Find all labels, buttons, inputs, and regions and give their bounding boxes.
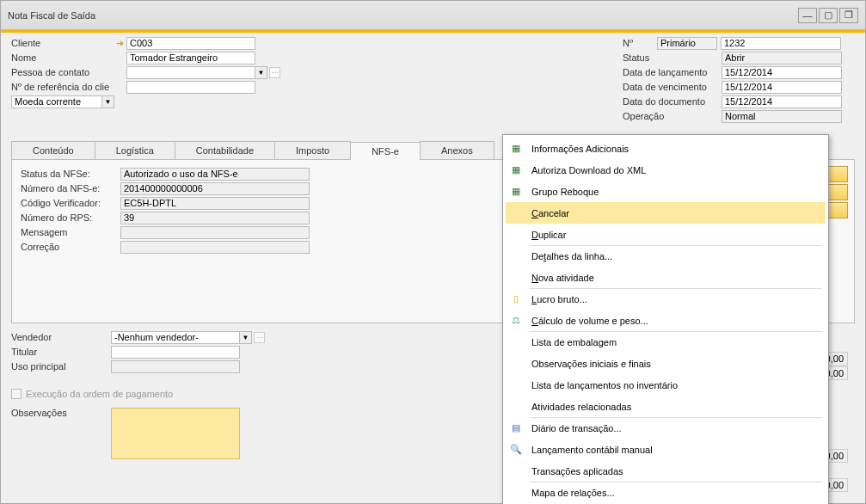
- nfse-numero-label: Número da NFS-e:: [21, 183, 120, 194]
- ref-label: Nº de referência do clie: [11, 82, 114, 92]
- titular-input[interactable]: [111, 346, 240, 359]
- menu-lancamento-manual[interactable]: 🔍Lançamento contábil manual: [506, 439, 826, 460]
- tab-anexos[interactable]: Anexos: [420, 141, 494, 159]
- ref-input[interactable]: [126, 81, 255, 94]
- nfse-rps: 39: [120, 212, 310, 224]
- detail-icon[interactable]: ⋯: [269, 67, 280, 78]
- menu-mapa-relacoes[interactable]: Mapa de relações...: [506, 482, 826, 503]
- main-window: Nota Fiscal de Saída — ▢ ❐ Cliente ➜ C00…: [0, 0, 866, 504]
- restore-button[interactable]: ❐: [839, 8, 858, 23]
- chevron-down-icon[interactable]: ▼: [255, 66, 267, 79]
- menu-cancelar[interactable]: Cancelar: [506, 202, 826, 224]
- exec-checkbox[interactable]: [11, 389, 21, 399]
- tab-imposto[interactable]: Imposto: [274, 141, 351, 159]
- obs-label: Observações: [11, 408, 111, 459]
- no-label: Nº: [623, 38, 657, 48]
- menu-diario[interactable]: ▤Diário de transação...: [506, 417, 826, 439]
- oper-value: Normal: [722, 110, 842, 123]
- nfse-corr-label: Correção: [21, 242, 120, 252]
- chevron-down-icon[interactable]: ▼: [240, 331, 252, 344]
- tab-contabilidade[interactable]: Contabilidade: [175, 141, 275, 159]
- nfse-status-label: Status da NFSe:: [21, 169, 120, 179]
- no-input[interactable]: 1232: [721, 37, 841, 50]
- cliente-input[interactable]: C003: [126, 37, 255, 50]
- context-menu: ▦Informações Adicionais ▦Autoriza Downlo…: [502, 134, 829, 504]
- maximize-button[interactable]: ▢: [819, 8, 838, 23]
- uso-input[interactable]: [111, 360, 240, 373]
- status-label: Status: [623, 52, 722, 63]
- vendedor-select[interactable]: -Nenhum vendedor-: [111, 331, 240, 344]
- doc-input[interactable]: 15/12/2014: [722, 95, 842, 108]
- menu-duplicar[interactable]: Duplicar: [506, 224, 826, 245]
- nfse-numero: 201400000000006: [120, 182, 310, 195]
- menu-transacoes[interactable]: Transações aplicadas: [506, 460, 826, 482]
- nfse-codigo: EC5H-DPTL: [120, 197, 310, 210]
- venc-input[interactable]: 15/12/2014: [722, 81, 842, 94]
- tab-nfse[interactable]: NFS-e: [350, 142, 421, 160]
- nfse-corr: [120, 241, 310, 254]
- detail-icon[interactable]: ⋯: [254, 332, 265, 343]
- lanc-label: Data de lançamento: [623, 67, 722, 77]
- exec-label: Execução da ordem de pagamento: [26, 389, 173, 399]
- menu-calculo-volume[interactable]: ⚖Cálculo de volume e peso...: [506, 310, 826, 331]
- tab-logistica[interactable]: Logística: [95, 141, 175, 159]
- menu-grupo-reboque[interactable]: ▦Grupo Reboque: [506, 181, 826, 202]
- menu-observacoes[interactable]: Observações iniciais e finais: [506, 353, 826, 374]
- pessoa-label: Pessoa de contato: [11, 67, 114, 77]
- golden-arrow-icon[interactable]: ➜: [114, 38, 125, 48]
- menu-nova-atividade[interactable]: Nova atividade: [506, 267, 826, 288]
- grid-icon: ▦: [509, 163, 523, 177]
- grid-icon: ▦: [509, 185, 523, 199]
- docinfo-panel: Nº Primário 1232 Status Abrir Data de la…: [623, 36, 855, 124]
- chevron-down-icon[interactable]: ▼: [102, 95, 114, 108]
- venc-label: Data de vencimento: [623, 82, 722, 92]
- menu-lucro-bruto[interactable]: ▯Lucro bruto...: [506, 288, 826, 310]
- nfse-msg: [120, 226, 310, 239]
- bar-chart-icon: ▯: [509, 292, 523, 306]
- menu-detalhes[interactable]: Detalhes da linha...: [506, 245, 826, 267]
- search-doc-icon: 🔍: [509, 443, 523, 457]
- obs-textarea[interactable]: [111, 408, 240, 459]
- nfse-msg-label: Mensagem: [21, 227, 120, 237]
- menu-lista-embalagem[interactable]: Lista de embalagem: [506, 331, 826, 353]
- lanc-input[interactable]: 15/12/2014: [722, 66, 842, 79]
- menu-info-adicionais[interactable]: ▦Informações Adicionais: [506, 138, 826, 159]
- cliente-label: Cliente: [11, 38, 114, 48]
- customer-panel: Cliente ➜ C003 Nome Tomador Estrangeiro …: [11, 36, 623, 124]
- nome-input[interactable]: Tomador Estrangeiro: [126, 52, 255, 65]
- status-value: Abrir: [722, 52, 842, 65]
- tab-conteudo[interactable]: Conteúdo: [11, 141, 95, 159]
- grid-icon: ▦: [509, 142, 523, 156]
- doc-label: Data do documento: [623, 96, 722, 107]
- titlebar: Nota Fiscal de Saída — ▢ ❐: [1, 1, 865, 30]
- menu-autoriza-xml[interactable]: ▦Autoriza Download do XML: [506, 159, 826, 181]
- pessoa-input[interactable]: [126, 66, 255, 79]
- uso-label: Uso principal: [11, 361, 111, 372]
- menu-atividades[interactable]: Atividades relacionadas: [506, 396, 826, 417]
- no-type[interactable]: Primário: [657, 37, 717, 50]
- titular-label: Titular: [11, 347, 111, 357]
- nfse-status: Autorizado o uso da NFS-e: [120, 168, 310, 181]
- moeda-select[interactable]: Moeda corrente: [11, 95, 102, 108]
- oper-label: Operação: [623, 111, 722, 121]
- scale-icon: ⚖: [509, 314, 523, 328]
- menu-lista-lancamentos[interactable]: Lista de lançamentos no inventário: [506, 374, 826, 396]
- nfse-rps-label: Número do RPS:: [21, 212, 120, 223]
- nome-label: Nome: [11, 52, 114, 63]
- vendedor-label: Vendedor: [11, 332, 111, 342]
- nfse-codigo-label: Código Verificador:: [21, 198, 120, 208]
- window-title: Nota Fiscal de Saída: [8, 10, 796, 21]
- book-icon: ▤: [509, 421, 523, 435]
- minimize-button[interactable]: —: [798, 8, 817, 23]
